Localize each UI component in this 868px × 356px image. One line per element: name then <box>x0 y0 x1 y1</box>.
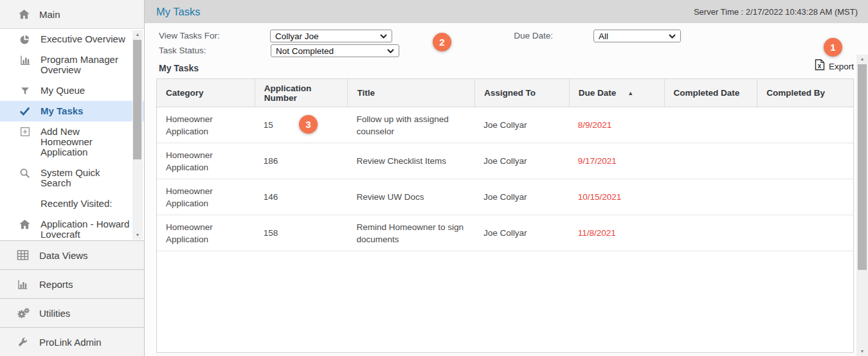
sidebar-item-label: Add New Homeowner Application <box>41 127 132 157</box>
table-grid-icon <box>17 250 31 260</box>
cell-title: Review UW Docs <box>347 179 475 215</box>
no-icon <box>18 199 32 209</box>
scroll-up-icon[interactable]: ▲ <box>856 55 868 64</box>
sidebar-scrollbar-thumb[interactable] <box>133 40 141 159</box>
sidebar-item-label: System Quick Search <box>41 168 132 188</box>
cell-completed-date <box>664 215 757 251</box>
sort-asc-icon: ▲ <box>628 90 633 96</box>
scroll-down-icon[interactable]: ▼ <box>856 347 868 356</box>
sidebar: Main Executive OverviewProgram Manager O… <box>0 0 145 356</box>
cell-application-number: 146 <box>255 179 348 215</box>
sidebar-menu: Executive OverviewProgram Manager Overvi… <box>0 29 144 241</box>
content-scrollbar-thumb[interactable] <box>858 64 867 270</box>
home-icon <box>18 9 30 19</box>
scroll-up-icon[interactable]: ▲ <box>132 30 143 39</box>
sidebar-section-label: Utilities <box>39 308 70 319</box>
sidebar-scrollbar[interactable]: ▲ ▼ <box>132 30 143 240</box>
square-plus-icon <box>18 127 32 137</box>
sidebar-item-my-queue[interactable]: My Queue <box>0 80 144 101</box>
page-title: My Tasks <box>156 6 200 18</box>
sidebar-item-system-quick-search[interactable]: System Quick Search <box>0 163 144 193</box>
cell-application-number: 186 <box>255 143 348 179</box>
sidebar-item-label: Executive Overview <box>41 34 132 44</box>
sidebar-item-label: Program Manager Overview <box>41 55 132 75</box>
sidebar-item-label: Recently Visited: <box>41 199 132 209</box>
chevron-down-icon <box>387 49 394 53</box>
table-row[interactable]: Homeowner Application146Review UW DocsJo… <box>157 179 853 215</box>
cell-application-number: 158 <box>255 215 348 251</box>
content-scrollbar[interactable]: ▲ ▼ <box>856 55 868 356</box>
table-header-row: CategoryApplication NumberTitleAssigned … <box>157 79 853 107</box>
sidebar-item-recently-visited[interactable]: Recently Visited: <box>0 193 144 214</box>
svg-text:x: x <box>818 62 822 69</box>
sidebar-item-main[interactable]: Main <box>0 0 144 29</box>
export-label: Export <box>829 62 854 71</box>
scroll-down-icon[interactable]: ▼ <box>132 231 143 240</box>
wrench-icon <box>17 337 31 348</box>
cell-completed-by <box>757 179 853 215</box>
column-header-assigned-to[interactable]: Assigned To <box>475 79 569 107</box>
task-status-select[interactable]: Not Completed <box>271 44 399 57</box>
cell-completed-by <box>757 107 853 143</box>
due-date-select[interactable]: All <box>593 30 681 42</box>
chevron-down-icon <box>380 34 387 39</box>
cell-category: Homeowner Application <box>157 179 255 215</box>
sidebar-section-utilities[interactable]: Utilities <box>0 298 144 327</box>
cell-title: Remind Homeowner to sign documents <box>347 215 475 251</box>
cell-category: Homeowner Application <box>157 215 255 251</box>
cell-due-date: 11/8/2021 <box>569 215 664 251</box>
column-header-due-date[interactable]: Due Date▲ <box>569 79 664 107</box>
cell-completed-date <box>664 143 757 179</box>
sidebar-item-label: Main <box>39 9 60 20</box>
check-icon <box>18 106 32 116</box>
cell-due-date: 8/9/2021 <box>569 107 664 143</box>
cell-due-date: 10/15/2021 <box>569 179 664 215</box>
pie-chart-icon <box>18 34 32 44</box>
cell-title: Follow up with assigned counselor <box>347 107 475 143</box>
cell-assigned-to: Joe Collyar <box>475 215 569 251</box>
tasks-section-title: My Tasks <box>159 63 199 73</box>
view-tasks-for-select[interactable]: Collyar Joe <box>270 30 392 42</box>
export-button[interactable]: x Export <box>815 59 854 73</box>
sidebar-item-my-tasks[interactable]: My Tasks <box>0 101 144 121</box>
bar-chart-icon <box>17 279 31 290</box>
table-row[interactable]: Homeowner Application15Follow up with as… <box>157 107 853 143</box>
column-header-application-number[interactable]: Application Number <box>255 79 348 107</box>
sidebar-section-data-views[interactable]: Data Views <box>0 241 144 269</box>
sidebar-section-label: ProLink Admin <box>39 337 102 348</box>
cell-completed-by <box>757 143 853 179</box>
sidebar-item-application-howard-lovecraft[interactable]: Application - Howard Lovecraft <box>0 214 144 241</box>
funnel-icon <box>18 85 32 96</box>
sidebar-section-label: Reports <box>39 279 73 290</box>
sidebar-item-program-manager-overview[interactable]: Program Manager Overview <box>0 49 144 80</box>
bar-chart-icon <box>18 55 32 65</box>
sidebar-item-add-new-homeowner-application[interactable]: Add New Homeowner Application <box>0 121 144 163</box>
cell-category: Homeowner Application <box>157 143 255 179</box>
sidebar-item-label: Application - Howard Lovecraft <box>41 219 132 240</box>
cell-assigned-to: Joe Collyar <box>475 179 569 215</box>
table-row[interactable]: Homeowner Application186Review Checklist… <box>157 143 853 179</box>
cell-category: Homeowner Application <box>157 107 255 143</box>
table-body: Homeowner Application15Follow up with as… <box>157 107 853 251</box>
sidebar-section-label: Data Views <box>39 250 88 261</box>
cell-completed-date <box>664 179 757 215</box>
column-header-completed-by[interactable]: Completed By <box>757 79 853 107</box>
column-header-category[interactable]: Category <box>157 79 255 107</box>
cell-completed-by <box>757 215 853 251</box>
annotation-badge-2: 2 <box>433 33 451 51</box>
sidebar-item-executive-overview[interactable]: Executive Overview <box>0 29 144 49</box>
sidebar-bottom-sections: Data ViewsReportsUtilitiesProLink Admin <box>0 241 144 356</box>
cell-assigned-to: Joe Collyar <box>475 107 569 143</box>
app-window: Main Executive OverviewProgram Manager O… <box>0 0 868 356</box>
annotation-badge-1: 1 <box>824 38 842 57</box>
column-header-completed-date[interactable]: Completed Date <box>664 79 757 107</box>
sidebar-section-reports[interactable]: Reports <box>0 269 144 298</box>
cell-title: Review Checklist Items <box>347 143 475 179</box>
due-date-label: Due Date: <box>505 31 553 40</box>
sidebar-section-prolink-admin[interactable]: ProLink Admin <box>0 327 144 356</box>
server-time: Server Time : 2/17/2022 10:43:28 AM (MST… <box>694 7 858 17</box>
sidebar-item-label: My Queue <box>41 85 132 96</box>
search-icon <box>18 168 32 178</box>
column-header-title[interactable]: Title <box>347 79 475 107</box>
table-row[interactable]: Homeowner Application158Remind Homeowner… <box>157 215 853 251</box>
